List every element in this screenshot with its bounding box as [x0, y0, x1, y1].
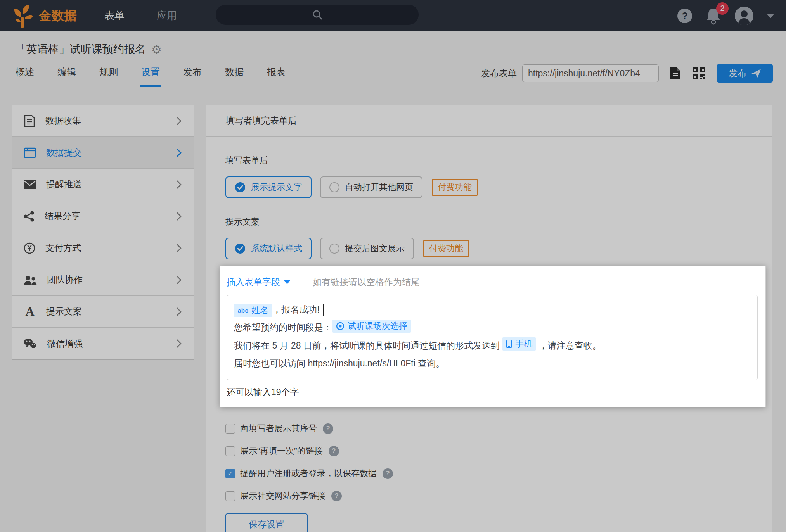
sidebar-item-data-collection[interactable]: 数据收集: [12, 105, 194, 137]
checkbox-checked[interactable]: ✓: [225, 469, 235, 478]
form-url-input[interactable]: https://jinshuju.net/f/NY0Zb4: [522, 64, 659, 82]
radio-field-icon: [336, 322, 345, 330]
sidebar-item-wechat[interactable]: 微信增强: [12, 328, 194, 359]
insert-form-field-dropdown[interactable]: 插入表单字段: [227, 276, 290, 288]
field-tag-label: 姓名: [251, 305, 268, 316]
paid-feature-badge: 付费功能: [432, 179, 478, 196]
tab-overview[interactable]: 概述: [16, 66, 34, 87]
question-help-icon[interactable]: ?: [383, 468, 393, 479]
copy-document-icon[interactable]: [670, 66, 681, 80]
search-input[interactable]: [216, 5, 419, 25]
avatar[interactable]: [735, 7, 753, 25]
option-label: 提交后图文展示: [345, 243, 405, 254]
nav-menu-forms[interactable]: 表单: [104, 0, 125, 31]
radio-unchecked-icon: [329, 244, 339, 254]
question-help-icon[interactable]: ?: [331, 491, 342, 501]
save-settings-button[interactable]: 保存设置: [225, 513, 308, 532]
checkbox-label: 展示“再填一次”的链接: [240, 445, 323, 457]
option-label: 系统默认样式: [251, 243, 302, 254]
field-tag-name[interactable]: abc姓名: [234, 304, 272, 317]
chevron-right-icon: [176, 307, 182, 317]
publish-button-label: 发布: [729, 67, 746, 79]
checkbox-unchecked[interactable]: [225, 424, 235, 434]
notifications-button[interactable]: 2: [705, 7, 722, 25]
sidebar-item-prompt-text[interactable]: A 提示文案: [12, 296, 194, 328]
page-title: 「英语棒」试听课预约报名: [16, 42, 146, 57]
sidebar-item-label: 提示文案: [46, 306, 82, 318]
checkbox-row-remind-register[interactable]: ✓ 提醒用户注册或者登录，以保存数据 ?: [225, 468, 752, 479]
logo-plant-icon: [11, 4, 33, 28]
editor-text: 您希望预约的时间段是：: [234, 322, 332, 332]
field-tag-label: 试听课场次选择: [348, 321, 407, 332]
checkbox-label: 展示社交网站分享链接: [240, 490, 325, 502]
brand-name: 金数据: [39, 7, 77, 24]
tab-rules[interactable]: 规则: [99, 66, 118, 87]
settings-panel: 填写者填完表单后 填写表单后 展示提示文字 自动打开其他网页 付费功能 提示文案: [206, 105, 772, 532]
tab-reports[interactable]: 报表: [267, 66, 286, 87]
tab-publish[interactable]: 发布: [183, 66, 202, 87]
sidebar-item-data-submit[interactable]: 数据提交: [12, 137, 194, 169]
question-help-icon[interactable]: ?: [329, 446, 339, 456]
letter-a-icon: A: [24, 304, 36, 319]
people-icon: [24, 275, 37, 285]
search-icon: [312, 9, 323, 21]
radio-checked-icon: [235, 243, 246, 254]
sidebar-item-team[interactable]: 团队协作: [12, 264, 194, 296]
prompt-text-input[interactable]: abc姓名，报名成功! 您希望预约的时间段是：试听课场次选择 我们将在 5 月 …: [227, 295, 758, 380]
option-label: 展示提示文字: [251, 181, 302, 193]
form-settings-gear-icon[interactable]: ⚙: [151, 43, 162, 56]
tab-settings[interactable]: 设置: [141, 66, 160, 87]
question-help-icon[interactable]: ?: [323, 423, 333, 434]
tab-data[interactable]: 数据: [225, 66, 244, 87]
settings-sidebar: 数据收集 数据提交 提醒推送: [12, 105, 194, 360]
sidebar-item-label: 团队协作: [47, 274, 83, 286]
form-tabs: 概述 编辑 规则 设置 发布 数据 报表: [16, 66, 286, 87]
field-tag-phone[interactable]: 手机: [502, 337, 536, 351]
prompt-style-label: 提示文案: [225, 216, 752, 228]
browser-window-icon: [24, 147, 36, 158]
sidebar-item-reminder-push[interactable]: 提醒推送: [12, 169, 194, 200]
checkbox-row-social-share[interactable]: 展示社交网站分享链接 ?: [225, 490, 752, 502]
checkbox-row-show-serial[interactable]: 向填写者展示其序号 ?: [225, 423, 752, 434]
option-show-prompt-text[interactable]: 展示提示文字: [225, 176, 312, 198]
sidebar-item-result-share[interactable]: 结果分享: [12, 200, 194, 232]
help-icon[interactable]: ?: [677, 9, 692, 23]
paid-feature-badge: 付费功能: [423, 240, 469, 257]
checkbox-unchecked[interactable]: [225, 491, 235, 501]
option-open-other-page[interactable]: 自动打开其他网页: [320, 176, 422, 198]
field-tag-session-choice[interactable]: 试听课场次选择: [332, 320, 411, 333]
chevron-right-icon: [176, 180, 182, 190]
publish-button[interactable]: 发布: [717, 64, 773, 83]
insert-form-field-label: 插入表单字段: [227, 276, 280, 288]
checkbox-unchecked[interactable]: [225, 446, 235, 456]
sidebar-item-payment[interactable]: 支付方式: [12, 232, 194, 264]
paper-plane-icon: [751, 69, 761, 78]
account-caret-down-icon[interactable]: [767, 14, 774, 18]
wechat-icon: [24, 338, 37, 349]
editor-text: 届时您也可以访问 https://jinshuju.net/s/HL0Fti 查…: [234, 358, 445, 368]
publish-form-label: 发布表单: [481, 67, 517, 79]
nav-menu-apps[interactable]: 应用: [157, 0, 177, 31]
qr-code-icon[interactable]: [692, 66, 706, 80]
chevron-right-icon: [176, 211, 182, 221]
checkbox-row-fill-again-link[interactable]: 展示“再填一次”的链接 ?: [225, 445, 752, 457]
option-system-default-style[interactable]: 系统默认样式: [225, 238, 312, 259]
prompt-text-editor-card: 插入表单字段 如有链接请以空格作为结尾 abc姓名，报名成功! 您希望预约的时间…: [220, 266, 766, 407]
caret-down-icon: [284, 280, 290, 284]
field-tag-label: 手机: [515, 339, 532, 349]
option-label: 自动打开其他网页: [345, 181, 413, 193]
envelope-icon: [24, 180, 36, 189]
chevron-right-icon: [176, 243, 182, 253]
tab-edit[interactable]: 编辑: [57, 66, 76, 87]
editor-text: ，报名成功!: [272, 304, 319, 314]
chevron-right-icon: [176, 275, 182, 285]
sidebar-item-label: 数据提交: [46, 147, 82, 159]
sidebar-item-label: 结果分享: [45, 210, 80, 222]
brand[interactable]: 金数据: [11, 4, 77, 28]
editor-text: ，请注意查收。: [539, 340, 601, 351]
yuan-circle-icon: [24, 242, 35, 254]
sidebar-item-label: 提醒推送: [46, 178, 82, 190]
option-rich-media-after-submit[interactable]: 提交后图文展示: [320, 238, 414, 259]
document-icon: [24, 115, 35, 127]
editor-text: 我们将在 5 月 28 日前，将试听课的具体时间通过短信的形式发送到: [234, 340, 500, 351]
